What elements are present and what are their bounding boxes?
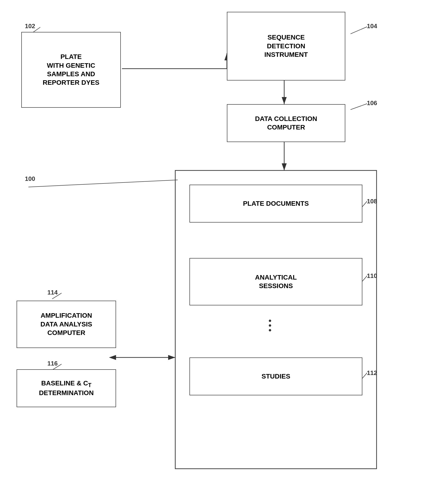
sequence-detection-box: SEQUENCEDETECTIONINSTRUMENT (227, 12, 345, 81)
svg-line-17 (52, 293, 61, 299)
tick-100 (28, 179, 182, 188)
ellipsis-dots (269, 320, 271, 331)
baseline-box: BASELINE & CTDETERMINATION (16, 369, 116, 407)
diagram-container: 102 PLATEWITH GENETICSAMPLES ANDREPORTER… (0, 0, 427, 504)
svg-line-14 (362, 201, 367, 207)
svg-line-11 (351, 27, 367, 34)
svg-line-13 (28, 180, 178, 187)
data-collection-box: DATA COLLECTIONCOMPUTER (227, 104, 345, 142)
plate-box: PLATEWITH GENETICSAMPLES ANDREPORTER DYE… (21, 32, 121, 108)
svg-line-16 (362, 373, 367, 378)
analytical-sessions-box: ANALYTICALSESSIONS (190, 258, 362, 305)
tick-106 (351, 103, 369, 111)
amplification-box: AMPLIFICATIONDATA ANALYSISCOMPUTER (16, 301, 116, 348)
tick-114 (52, 292, 64, 300)
tick-110 (362, 275, 369, 282)
svg-line-15 (362, 276, 367, 281)
dot-1 (269, 320, 271, 322)
tick-112 (362, 372, 369, 379)
dot-3 (269, 329, 271, 331)
tick-108 (362, 201, 369, 208)
tick-104 (351, 26, 369, 35)
plate-documents-box: PLATE DOCUMENTS (190, 185, 362, 223)
dot-2 (269, 324, 271, 327)
studies-box: STUDIES (190, 357, 362, 395)
svg-line-12 (351, 104, 367, 110)
